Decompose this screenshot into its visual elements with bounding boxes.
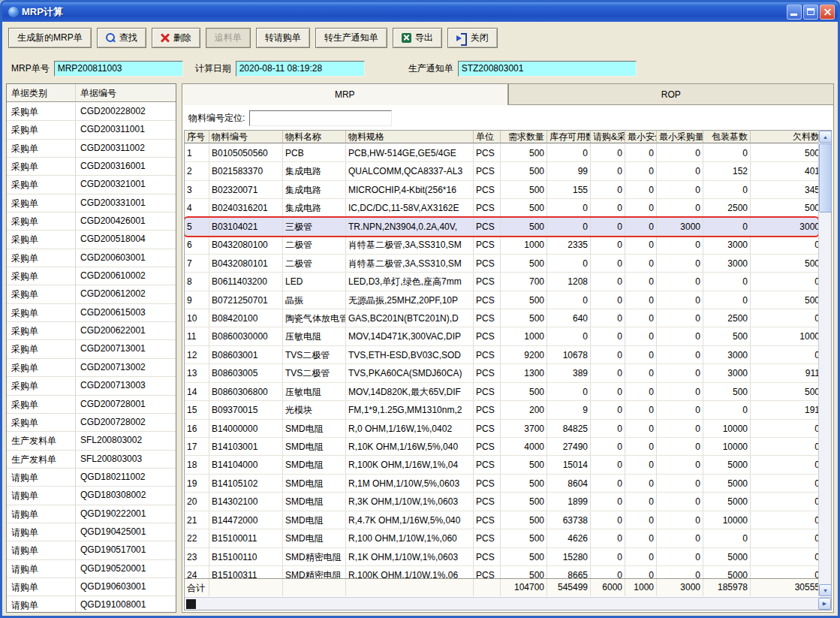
doc-list-row[interactable]: 采购单CGD200316001 <box>7 158 176 176</box>
doc-list-row[interactable]: 请购单QGD180211002 <box>7 469 176 487</box>
grid-row[interactable]: 14B0860306800压敏电阻MOV,14D820K,最大65V,DIFPC… <box>185 383 818 401</box>
grid-cell: 0 <box>591 548 625 565</box>
doc-list-row[interactable]: 请购单QGD190520001 <box>7 560 176 578</box>
mrp-no-field[interactable] <box>54 61 183 77</box>
horizontal-scrollbar[interactable]: ▶ <box>185 597 831 610</box>
horizontal-scrollbar-track[interactable] <box>197 598 818 610</box>
doc-list-row[interactable]: 请购单QGD190222001 <box>7 505 176 523</box>
scroll-down-icon[interactable]: ▼ <box>819 584 832 596</box>
grid-cell: 0 <box>591 236 625 253</box>
grid-cell: 0 <box>625 420 657 437</box>
delete-button[interactable]: 删除 <box>152 28 200 48</box>
scroll-up-icon[interactable]: ▲ <box>819 131 832 143</box>
minimize-button[interactable] <box>787 5 802 20</box>
grid-cell: PCS <box>474 438 501 455</box>
tab-rop[interactable]: ROP <box>508 83 835 105</box>
doc-list-row[interactable]: 采购单CGD200603001 <box>7 249 176 267</box>
to-requisition-button[interactable]: 转请购单 <box>256 28 310 48</box>
grid-cell: PCS <box>474 327 501 345</box>
doc-list-row[interactable]: 采购单CGD200426001 <box>7 213 176 231</box>
doc-list-row[interactable]: 采购单CGD200228002 <box>7 103 176 121</box>
doc-list-row[interactable]: 采购单CGD200713003 <box>7 377 176 395</box>
grid-row[interactable]: 15B09370015光模块FM,1*9,1.25G,MM1310nm,2PCS… <box>185 401 818 419</box>
production-notice-field[interactable] <box>458 61 637 77</box>
grid-row[interactable]: 16B14000000SMD电阻R,0 OHM,1/16W,1%,0402PCS… <box>185 420 818 438</box>
doc-list-row[interactable]: 采购单CGD200331001 <box>7 194 176 213</box>
doc-list-row[interactable]: 采购单CGD200321001 <box>7 176 176 194</box>
grid-cell: PCS <box>474 475 501 492</box>
titlebar[interactable]: MRP计算 <box>2 2 838 22</box>
grid-cell: 8 <box>185 273 209 290</box>
doc-list-row[interactable]: 采购单CGD200610002 <box>7 267 176 285</box>
doc-list-row[interactable]: 请购单QGD190603001 <box>7 578 176 596</box>
grid-row[interactable]: 2B021583370集成电路QUALCOMM,QCA8337-AL3PCS50… <box>185 162 818 180</box>
grid-row[interactable]: 12B08603001TVS二极管TVS,ETH-ESD,BV03C,SODPC… <box>185 346 818 364</box>
grid-row[interactable]: 21B14472000SMD电阻R,4.7K OHM,1/16W,5%,040P… <box>185 511 818 529</box>
scroll-right-icon[interactable]: ▶ <box>818 598 831 610</box>
grid-row[interactable]: 19B14105102SMD电阻R,1M OHM,1/10W,5%,0603PC… <box>185 475 818 493</box>
grid-row[interactable]: 6B0432080100二极管肖特基二极管,3A,SS310,SMPCS1000… <box>185 236 818 254</box>
doc-list-row[interactable]: 采购单CGD200713001 <box>7 340 176 358</box>
doc-type-cell: 采购单 <box>7 267 76 285</box>
vertical-scrollbar[interactable]: ▲ ▼ <box>818 131 831 596</box>
grid-cell: 陶瓷气体放电管 <box>283 309 346 327</box>
tab-mrp-label: MRP <box>335 89 355 100</box>
doc-list-row[interactable]: 采购单CGD200622001 <box>7 322 176 340</box>
grid-row[interactable]: 13B08603005TVS二极管TVS,PKA60CA(SMDJ60CA)PC… <box>185 364 818 382</box>
doc-no-cell: CGD200728002 <box>76 414 176 431</box>
grid-row[interactable]: 20B14302100SMD电阻R,3K OHM,1/10W,1%,0603PC… <box>185 493 818 511</box>
grid-cell: 500 <box>501 199 547 216</box>
find-button[interactable]: 查找 <box>97 28 146 48</box>
form-bar: MRP单号 计算日期 生产通知单 <box>4 53 836 83</box>
doc-list-row[interactable]: 采购单CGD200518004 <box>7 231 176 249</box>
calc-date-field[interactable] <box>236 61 365 77</box>
doc-list-row[interactable]: 采购单CGD200713002 <box>7 359 176 377</box>
grid-cell: 4626 <box>547 529 591 547</box>
to-production-notice-button[interactable]: 转生产通知单 <box>315 28 387 48</box>
grid-row[interactable]: 3B02320071集成电路MICROCHIP,4-Kbit(256*16PCS… <box>185 181 818 199</box>
grid-row[interactable]: 24B15100311SMD精密电阻R,100K OHM,1/10W,1%,06… <box>185 566 818 578</box>
doc-list-row[interactable]: 采购单CGD200612002 <box>7 285 176 303</box>
new-mrp-button[interactable]: 生成新的MRP单 <box>8 28 92 48</box>
doc-list-row[interactable]: 请购单QGD180308002 <box>7 487 176 505</box>
grid-cell: PCS <box>474 401 501 418</box>
grid-cell: 0 <box>591 511 625 529</box>
export-button[interactable]: 导出 <box>393 28 442 48</box>
grid-row-highlighted[interactable]: 5B03104021三极管TR.NPN,2N3904,0.2A,40V,PCS5… <box>185 218 818 236</box>
grid-row[interactable]: 4B0240316201集成电路IC,DC/DC,11-58V,AX3162EP… <box>185 199 818 217</box>
doc-list-row[interactable]: 生产发料单SFL200803002 <box>7 432 176 450</box>
close-button[interactable] <box>820 5 835 20</box>
grid-row[interactable]: 22B15100011SMD电阻R,100 OHM,1/10W,1%,060PC… <box>185 529 818 547</box>
maximize-button[interactable] <box>803 5 818 20</box>
doc-no-cell: CGD200615003 <box>76 304 176 321</box>
grid-cell: 10678 <box>547 346 591 363</box>
grid-row[interactable]: 23B15100110SMD精密电阻R,1K OHM,1/10W,1%,0603… <box>185 548 818 566</box>
doc-list-row[interactable]: 请购单QGD190517001 <box>7 541 176 559</box>
grid-cell: 10000 <box>703 511 751 529</box>
doc-list-row[interactable]: 请购单QGD191008001 <box>7 596 176 612</box>
doc-list-row[interactable]: 采购单CGD200311002 <box>7 140 176 158</box>
vertical-scrollbar-thumb[interactable] <box>819 143 832 213</box>
grid-row[interactable]: 17B14103001SMD电阻R,10K OHM,1/16W,5%,040PC… <box>185 438 818 456</box>
grid-row[interactable]: 11B0860030000压敏电阻MOV,14D471K,300VAC,DIPP… <box>185 327 818 345</box>
grid-row[interactable]: 7B0432080101二极管肖特基二极管,3A,SS310,SMPCS5000… <box>185 255 818 273</box>
tab-mrp[interactable]: MRP <box>182 83 508 105</box>
grid-row[interactable]: 1B0105050560PCBPCB,HW-514GE,GE5/4GEPCS50… <box>185 144 818 162</box>
doc-list-row[interactable]: 采购单CGD200311001 <box>7 121 176 139</box>
grid-row[interactable]: 10B08420100陶瓷气体放电管GAS,BC201N(BTC201N),DP… <box>185 309 818 327</box>
grid-row[interactable]: 18B14104000SMD电阻R,100K OHM,1/16W,1%,04PC… <box>185 456 818 474</box>
close-window-button[interactable]: 关闭 <box>447 28 498 48</box>
doc-list-row[interactable]: 采购单CGD200728001 <box>7 396 176 414</box>
doc-list-row[interactable]: 采购单CGD200615003 <box>7 304 176 322</box>
doc-list-row[interactable]: 生产发料单SFL200803003 <box>7 451 176 469</box>
material-locate-input[interactable] <box>249 110 392 126</box>
grid-row[interactable]: 9B0721250701晶振无源晶振,25MHZ,20PF,10PPCS5000… <box>185 291 818 309</box>
grid-cell: B14302100 <box>209 493 283 510</box>
grid-cell: MICROCHIP,4-Kbit(256*16 <box>346 181 474 198</box>
grid-cell: 11 <box>185 327 209 345</box>
grid-cell: 压敏电阻 <box>283 383 346 400</box>
grid-row[interactable]: 8B0611403200LEDLED,D3,单灯,绿色,座高7mmPCS7001… <box>185 273 818 291</box>
doc-list-row[interactable]: 请购单QGD190425001 <box>7 523 176 541</box>
doc-list-row[interactable]: 采购单CGD200728002 <box>7 414 176 432</box>
doc-no-cell: CGD200728001 <box>76 396 176 413</box>
